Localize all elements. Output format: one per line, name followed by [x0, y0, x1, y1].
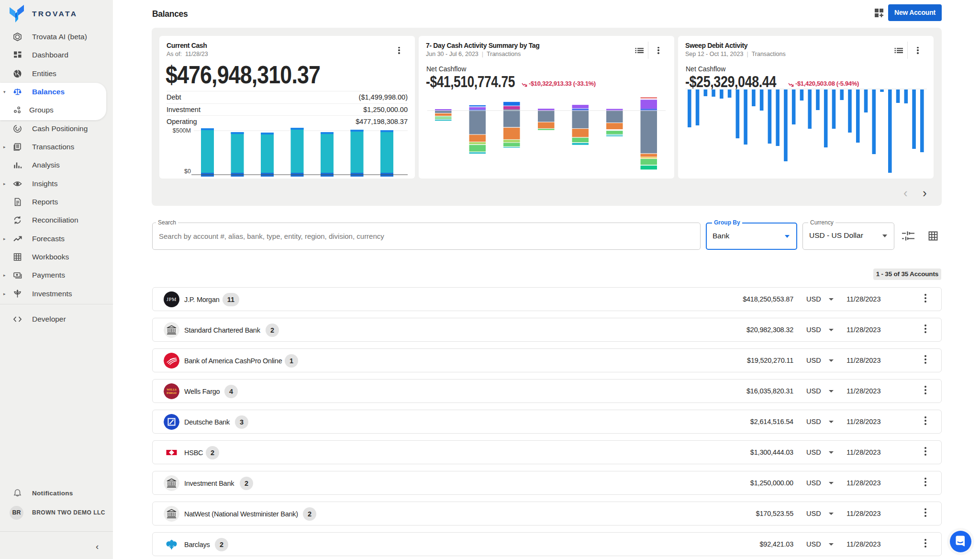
svg-text:WELLS: WELLS — [167, 388, 177, 391]
svg-text:$500M: $500M — [173, 127, 191, 134]
svg-text:FARGO: FARGO — [167, 391, 177, 394]
svg-text:$0: $0 — [184, 168, 191, 175]
